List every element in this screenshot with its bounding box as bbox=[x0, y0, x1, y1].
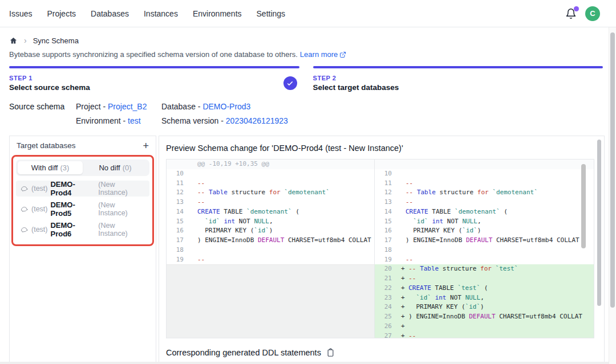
horizontal-scrollbar[interactable] bbox=[0, 362, 616, 364]
diff-code-row: 13-- bbox=[375, 198, 594, 207]
code-line: -- bbox=[398, 179, 594, 189]
line-number: 19 bbox=[167, 255, 189, 265]
learn-more-link[interactable]: Learn more bbox=[300, 50, 346, 59]
tab-with-diff[interactable]: With diff(3) bbox=[18, 161, 83, 174]
bell-icon bbox=[565, 11, 577, 21]
source-link-schema-version[interactable]: 20230426121923 bbox=[226, 116, 288, 125]
database-item-demo-prod5[interactable]: (test)DEMO-Prod5(New Instance) bbox=[16, 201, 149, 217]
line-number: 14 bbox=[375, 207, 398, 217]
diff-code-row: 24+ PRIMARY KEY (`id`) bbox=[375, 302, 594, 312]
page-scrollbar-thumb[interactable] bbox=[610, 32, 615, 308]
diff-code-row: 21+ -- bbox=[375, 274, 594, 284]
diff-code-row: 22+ CREATE TABLE `test` ( bbox=[375, 284, 594, 293]
diff-code-row: 14CREATE TABLE `demotenant` ( bbox=[375, 207, 594, 217]
line-number: 10 bbox=[375, 169, 398, 179]
database-name: DEMO-Prod4 bbox=[50, 180, 95, 197]
nav-item-projects[interactable]: Projects bbox=[47, 9, 76, 18]
diff-code-row: 12-- Table structure for `demotenant` bbox=[167, 188, 374, 198]
database-badge: (New Instance) bbox=[98, 201, 145, 217]
nav-item-issues[interactable]: Issues bbox=[9, 9, 32, 18]
code-line: PRIMARY KEY (`id`) bbox=[189, 226, 374, 236]
nav-item-environments[interactable]: Environments bbox=[193, 9, 242, 18]
diff-code-row: 15 `id` int NOT NULL, bbox=[167, 217, 374, 227]
diff-code-row: 12-- Table structure for `demotenant` bbox=[375, 188, 594, 198]
diff-pane-original[interactable]: @@ -10,19 +10,35 @@1011--12-- Table stru… bbox=[167, 159, 374, 338]
source-link-project[interactable]: Project_B2 bbox=[108, 102, 147, 111]
code-line: + -- Table structure for `test` bbox=[398, 264, 594, 274]
code-line bbox=[398, 169, 594, 179]
add-target-database-button[interactable]: + bbox=[143, 141, 149, 151]
top-nav: IssuesProjectsDatabasesInstancesEnvironm… bbox=[0, 0, 616, 27]
target-database-list: (test)DEMO-Prod4(New Instance)(test)DEMO… bbox=[16, 181, 149, 238]
source-field-schema-version: Schema version - 20230426121923 bbox=[161, 116, 288, 125]
line-number: 14 bbox=[167, 207, 189, 217]
diff-code-row: 19-- bbox=[167, 255, 374, 265]
diff-code-row: 17) ENGINE=InnoDB DEFAULT CHARSET=utf8mb… bbox=[167, 236, 374, 246]
code-line: + ) ENGINE=InnoDB DEFAULT CHARSET=utf8mb… bbox=[398, 312, 594, 322]
code-line: -- bbox=[398, 198, 594, 207]
code-line bbox=[189, 169, 374, 179]
tab-no-diff[interactable]: No diff(0) bbox=[83, 161, 148, 174]
diff-code-row: 20+ -- Table structure for `test` bbox=[375, 264, 594, 274]
step-2: STEP 2 Select target databases bbox=[313, 66, 603, 92]
code-line: -- bbox=[189, 255, 374, 265]
line-number: 16 bbox=[375, 226, 398, 236]
source-link-environment[interactable]: test bbox=[128, 116, 141, 125]
diff-code-row: 23+ `id` int NOT NULL, bbox=[375, 293, 594, 303]
avatar[interactable]: C bbox=[585, 6, 600, 21]
line-number: 21 bbox=[375, 274, 398, 284]
line-number: 11 bbox=[167, 179, 189, 189]
line-number bbox=[375, 159, 398, 169]
code-line: + CREATE TABLE `test` ( bbox=[398, 284, 594, 293]
step-1: STEP 1 Select source schema bbox=[9, 66, 299, 92]
line-number: 15 bbox=[167, 217, 189, 227]
line-number: 12 bbox=[167, 188, 189, 198]
diff-code-row: 11-- bbox=[167, 179, 374, 189]
target-databases-panel: Target databases + With diff(3)No diff(0… bbox=[9, 136, 156, 364]
database-item-demo-prod4[interactable]: (test)DEMO-Prod4(New Instance) bbox=[16, 181, 149, 197]
diff-code-row: 11-- bbox=[375, 179, 594, 189]
line-number: 19 bbox=[375, 255, 398, 265]
source-field-environment: Environment - test bbox=[76, 116, 161, 125]
copy-ddl-button[interactable] bbox=[326, 348, 335, 357]
code-line: `id` int NOT NULL, bbox=[398, 217, 594, 227]
database-env: (test) bbox=[31, 185, 47, 193]
database-item-demo-prod6[interactable]: (test)DEMO-Prod6(New Instance) bbox=[16, 222, 149, 238]
home-icon[interactable] bbox=[9, 36, 18, 45]
notification-badge bbox=[574, 6, 579, 11]
diff-code-row: 16 PRIMARY KEY (`id`) bbox=[167, 226, 374, 236]
line-number: 23 bbox=[375, 293, 398, 303]
source-schema-summary: Source schemaProject - Project_B2Databas… bbox=[9, 102, 288, 125]
code-line bbox=[398, 159, 594, 169]
editor-scrollbar-thumb[interactable] bbox=[581, 164, 586, 248]
code-line: CREATE TABLE `demotenant` ( bbox=[189, 207, 374, 217]
notifications-button[interactable] bbox=[565, 8, 577, 19]
line-number: 26 bbox=[375, 322, 398, 332]
schema-diff-editor[interactable]: @@ -10,19 +10,35 @@1011--12-- Table stru… bbox=[166, 159, 594, 338]
code-line: + -- bbox=[398, 332, 594, 338]
preview-scrollbar-thumb[interactable] bbox=[597, 140, 601, 306]
target-databases-title: Target databases bbox=[17, 141, 76, 150]
diff-code-row: 15 `id` int NOT NULL, bbox=[375, 217, 594, 227]
code-line: PRIMARY KEY (`id`) bbox=[398, 226, 594, 236]
target-databases-highlight: With diff(3)No diff(0) (test)DEMO-Prod4(… bbox=[11, 155, 154, 246]
diff-hunk-row bbox=[375, 159, 594, 169]
code-line: + -- bbox=[398, 274, 594, 284]
diff-tabbar: With diff(3)No diff(0) bbox=[16, 159, 149, 176]
code-line: -- Table structure for `demotenant` bbox=[189, 188, 374, 198]
code-line: -- bbox=[398, 255, 594, 265]
source-link-database[interactable]: DEMO-Prod3 bbox=[202, 102, 250, 111]
diff-code-row: 19-- bbox=[375, 255, 594, 265]
diff-pane-modified[interactable]: 1011--12-- Table structure for `demotena… bbox=[375, 159, 594, 338]
stepper: STEP 1 Select source schema STEP 2 Selec… bbox=[9, 66, 603, 92]
diff-code-row: 14CREATE TABLE `demotenant` ( bbox=[167, 207, 374, 217]
page-scrollbar[interactable] bbox=[609, 27, 616, 364]
nav-item-databases[interactable]: Databases bbox=[91, 9, 129, 18]
nav-item-instances[interactable]: Instances bbox=[144, 9, 178, 18]
line-number: 13 bbox=[375, 198, 398, 207]
nav-item-settings[interactable]: Settings bbox=[257, 9, 286, 18]
mysql-icon bbox=[20, 205, 29, 213]
step-1-complete-icon bbox=[283, 76, 297, 90]
line-number: 17 bbox=[375, 236, 398, 246]
preview-title: Preview Schema change for 'DEMO-Prod4 (t… bbox=[166, 144, 596, 153]
